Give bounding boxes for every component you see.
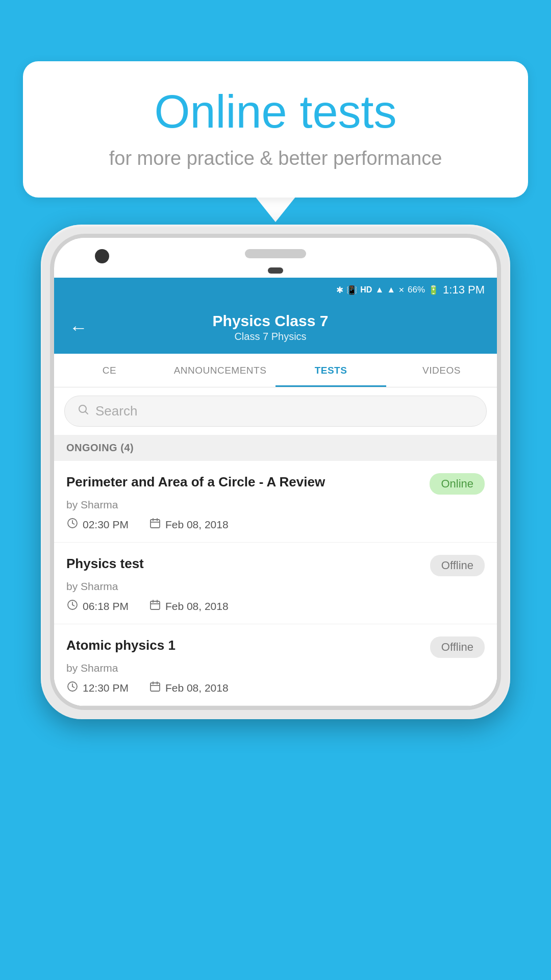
phone-camera <box>95 249 109 263</box>
test-time: 06:18 PM <box>66 599 129 614</box>
status-badge: Offline <box>430 555 485 576</box>
phone-home-button <box>268 267 283 274</box>
test-item-title: Atomic physics 1 <box>66 636 351 654</box>
status-icons: ✱ 📳 HD ▲ ▲ ✕ 66% 🔋 <box>336 285 439 296</box>
speech-bubble-title: Online tests <box>54 87 497 137</box>
test-date: Feb 08, 2018 <box>149 517 229 532</box>
phone-top-bar <box>54 238 497 263</box>
svg-rect-19 <box>151 683 160 691</box>
clock-icon <box>66 680 79 695</box>
test-item-header: Perimeter and Area of a Circle - A Revie… <box>66 473 485 495</box>
status-time: 1:13 PM <box>443 283 485 297</box>
phone-inner: ✱ 📳 HD ▲ ▲ ✕ 66% 🔋 1:13 PM ← <box>50 234 501 710</box>
speech-bubble-subtitle: for more practice & better performance <box>54 148 497 169</box>
test-item-author: by Sharma <box>66 580 485 593</box>
svg-line-1 <box>86 412 88 414</box>
tab-ce[interactable]: CE <box>54 354 165 387</box>
status-badge: Offline <box>430 636 485 658</box>
app-bar-subtitle: Class 7 Physics <box>98 331 443 342</box>
screen: ✱ 📳 HD ▲ ▲ ✕ 66% 🔋 1:13 PM ← <box>54 278 497 706</box>
svg-rect-12 <box>151 601 160 609</box>
phone-body: ✱ 📳 HD ▲ ▲ ✕ 66% 🔋 1:13 PM ← <box>54 238 497 706</box>
app-bar-titles: Physics Class 7 Class 7 Physics <box>98 312 443 342</box>
clock-icon <box>66 517 79 532</box>
test-date: Feb 08, 2018 <box>149 680 229 695</box>
test-time: 12:30 PM <box>66 680 129 695</box>
svg-rect-5 <box>151 520 160 528</box>
search-placeholder: Search <box>95 403 137 419</box>
phone-speaker <box>245 249 306 258</box>
clock-icon <box>66 599 79 614</box>
phone-outer: ✱ 📳 HD ▲ ▲ ✕ 66% 🔋 1:13 PM ← <box>41 225 510 719</box>
calendar-icon <box>149 517 161 532</box>
test-item[interactable]: Perimeter and Area of a Circle - A Revie… <box>54 461 497 543</box>
test-item-meta: 06:18 PM <box>66 599 485 614</box>
tab-announcements[interactable]: ANNOUNCEMENTS <box>165 354 276 387</box>
calendar-icon <box>149 680 161 695</box>
speech-bubble-arrow <box>255 197 296 222</box>
search-bar[interactable]: Search <box>64 396 487 427</box>
battery-percent: 66% <box>408 285 425 295</box>
status-badge: Online <box>430 473 485 495</box>
test-item[interactable]: Atomic physics 1 Offline by Sharma <box>54 624 497 706</box>
calendar-icon <box>149 599 161 614</box>
search-icon <box>77 403 89 419</box>
test-date: Feb 08, 2018 <box>149 599 229 614</box>
tab-bar: CE ANNOUNCEMENTS TESTS VIDEOS <box>54 354 497 387</box>
bluetooth-icon: ✱ <box>336 285 343 296</box>
app-bar: ← Physics Class 7 Class 7 Physics <box>54 302 497 354</box>
wifi-icon: ▲ <box>375 285 384 295</box>
test-item-header: Physics test Offline <box>66 555 485 576</box>
test-item[interactable]: Physics test Offline by Sharma <box>54 543 497 624</box>
back-button[interactable]: ← <box>69 317 88 338</box>
test-item-author: by Sharma <box>66 662 485 674</box>
svg-line-4 <box>72 523 74 524</box>
battery-icon: 🔋 <box>428 285 439 296</box>
test-item-title: Perimeter and Area of a Circle - A Revie… <box>66 473 351 491</box>
speech-bubble-wrapper: Online tests for more practice & better … <box>23 61 528 222</box>
phone-wrapper: ✱ 📳 HD ▲ ▲ ✕ 66% 🔋 1:13 PM ← <box>41 225 510 719</box>
hd-icon: HD <box>360 285 372 295</box>
test-time: 02:30 PM <box>66 517 129 532</box>
tab-videos[interactable]: VIDEOS <box>386 354 497 387</box>
svg-line-11 <box>72 605 74 606</box>
test-item-header: Atomic physics 1 Offline <box>66 636 485 658</box>
search-bar-container: Search <box>54 387 497 435</box>
status-bar: ✱ 📳 HD ▲ ▲ ✕ 66% 🔋 1:13 PM <box>54 278 497 302</box>
speech-bubble: Online tests for more practice & better … <box>23 61 528 198</box>
app-bar-title: Physics Class 7 <box>98 312 443 330</box>
section-header: ONGOING (4) <box>54 435 497 461</box>
svg-line-18 <box>72 687 74 688</box>
test-item-title: Physics test <box>66 555 351 573</box>
test-item-author: by Sharma <box>66 499 485 511</box>
test-item-meta: 12:30 PM <box>66 680 485 695</box>
vibrate-icon: 📳 <box>346 285 357 296</box>
test-item-meta: 02:30 PM <box>66 517 485 532</box>
signal-icon: ▲ <box>387 285 395 295</box>
tab-tests[interactable]: TESTS <box>276 354 386 387</box>
nosim-icon: ✕ <box>398 286 405 294</box>
